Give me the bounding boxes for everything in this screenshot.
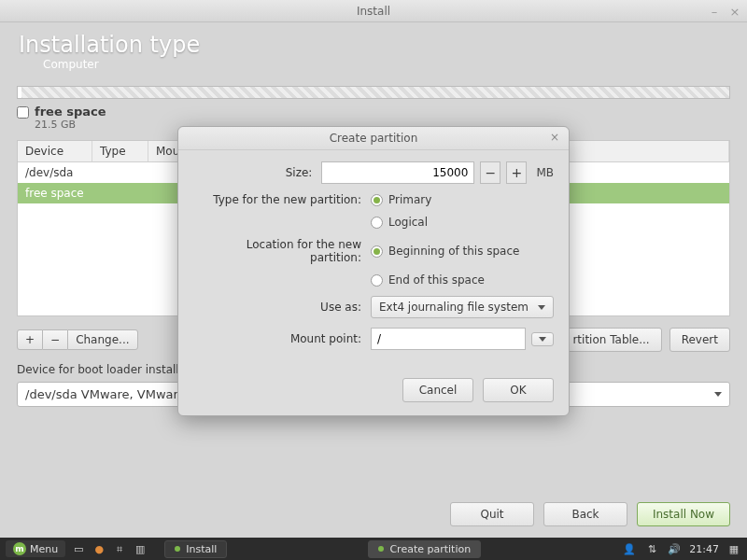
size-unit: MB: [532, 166, 554, 179]
revert-button[interactable]: Revert: [669, 328, 730, 352]
header: Installation type Computer: [0, 22, 747, 77]
use-as-select[interactable]: Ext4 journaling file system: [371, 296, 554, 318]
mount-point-dropdown[interactable]: [531, 332, 554, 346]
app-icon: [378, 546, 384, 552]
size-input[interactable]: [321, 161, 474, 184]
cancel-button[interactable]: Cancel: [402, 378, 473, 402]
mount-point-label: Mount point:: [193, 332, 361, 345]
close-icon[interactable]: ×: [728, 5, 741, 18]
start-menu-button[interactable]: m Menu: [6, 540, 65, 557]
clock[interactable]: 21:47: [689, 543, 719, 555]
user-icon[interactable]: 👤: [622, 541, 637, 556]
taskbar-item-install[interactable]: Install: [164, 540, 227, 558]
show-desktop-icon[interactable]: ▭: [71, 541, 86, 556]
use-as-label: Use as:: [193, 301, 361, 314]
page-title: Installation type: [19, 32, 728, 58]
chevron-down-icon: [538, 305, 545, 310]
chevron-down-icon: [539, 337, 546, 342]
radio-logical[interactable]: Logical: [371, 216, 428, 229]
close-icon[interactable]: ×: [548, 131, 561, 144]
back-button[interactable]: Back: [543, 502, 627, 526]
quit-button[interactable]: Quit: [450, 502, 534, 526]
wizard-footer: Quit Back Install Now: [450, 502, 730, 526]
ok-button[interactable]: OK: [483, 378, 554, 402]
row-device: free space: [25, 187, 84, 200]
terminal-icon[interactable]: ⌗: [112, 541, 127, 556]
new-partition-table-button[interactable]: rtition Table...: [560, 328, 661, 352]
chevron-down-icon: [714, 392, 722, 397]
radio-beginning[interactable]: Beginning of this space: [371, 245, 519, 258]
minimize-icon[interactable]: –: [708, 5, 721, 18]
size-label: Size:: [193, 166, 312, 179]
free-space-checkbox[interactable]: [17, 106, 29, 119]
radio-dot-icon: [371, 194, 383, 206]
app-icon: [175, 546, 180, 552]
dialog-title: Create partition ×: [178, 127, 569, 150]
titlebar: Install – ×: [0, 0, 747, 22]
firefox-icon[interactable]: ●: [92, 541, 106, 556]
network-icon[interactable]: ⇅: [644, 541, 659, 556]
free-space-label: free space: [35, 105, 106, 119]
header-subtitle: Computer: [19, 58, 728, 71]
partition-type-label: Type for the new partition:: [193, 193, 361, 206]
volume-icon[interactable]: 🔊: [667, 541, 682, 556]
row-device: /dev/sda: [25, 166, 73, 179]
location-label: Location for the new partition:: [193, 238, 361, 264]
install-now-button[interactable]: Install Now: [637, 502, 730, 526]
taskbar: m Menu ▭ ● ⌗ ▥ Install Create partition …: [0, 538, 747, 560]
size-increment-button[interactable]: +: [506, 161, 527, 184]
create-partition-dialog: Create partition × Size: − + MB Type for…: [177, 126, 570, 416]
tray-icon[interactable]: ▦: [726, 541, 741, 556]
window-title: Install: [357, 5, 390, 18]
radio-primary[interactable]: Primary: [371, 193, 431, 206]
add-partition-button[interactable]: +: [17, 329, 43, 350]
disk-usage-bar: [17, 86, 730, 99]
col-type[interactable]: Type: [92, 141, 148, 161]
taskbar-item-create-partition[interactable]: Create partition: [368, 540, 481, 558]
radio-end[interactable]: End of this space: [371, 273, 485, 287]
remove-partition-button[interactable]: −: [43, 329, 67, 350]
radio-dot-icon: [371, 245, 383, 258]
change-partition-button[interactable]: Change...: [67, 329, 137, 350]
radio-dot-icon: [371, 217, 383, 229]
mount-point-input[interactable]: [371, 328, 526, 350]
files-icon[interactable]: ▥: [133, 541, 148, 556]
radio-dot-icon: [371, 274, 383, 287]
col-device[interactable]: Device: [18, 141, 92, 161]
system-tray: 👤 ⇅ 🔊 21:47 ▦: [622, 541, 741, 556]
size-decrement-button[interactable]: −: [480, 161, 500, 184]
mint-logo-icon: m: [13, 542, 26, 555]
free-space-size: 21.5 GB: [35, 119, 106, 131]
